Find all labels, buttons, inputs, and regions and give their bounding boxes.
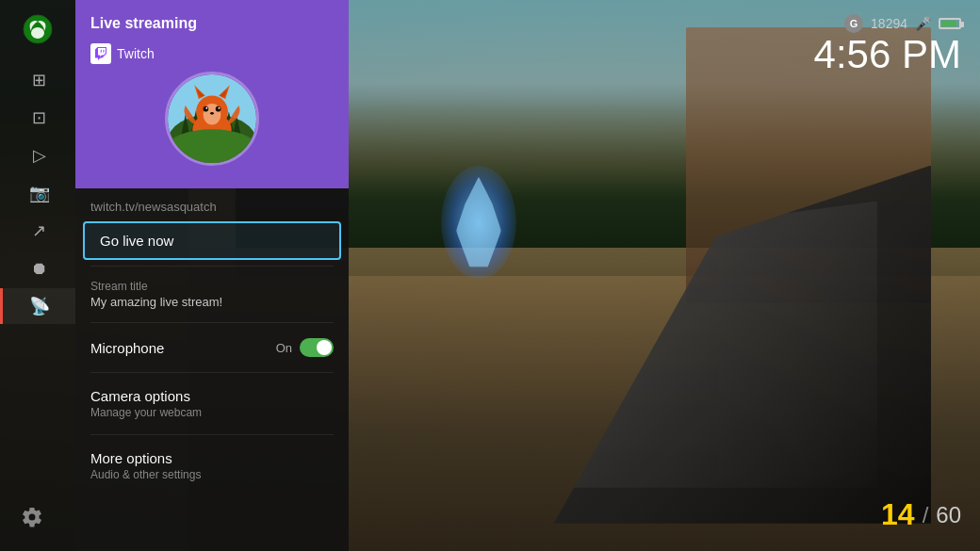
hud-topright: G 18294 🎤 4:56 PM bbox=[814, 14, 961, 74]
camera-options-section[interactable]: Camera options Manage your webcam bbox=[75, 379, 349, 429]
battery-icon bbox=[939, 18, 961, 29]
hud-icons: G 18294 🎤 bbox=[844, 14, 961, 33]
sidebar-item-live[interactable]: 📡 bbox=[0, 288, 75, 324]
stream-title-label: Stream title bbox=[90, 280, 334, 293]
more-options-sub: Audio & other settings bbox=[90, 468, 334, 481]
twitch-logo-row: Twitch bbox=[90, 43, 334, 64]
sidebar-icon-3: 📷 bbox=[29, 183, 50, 203]
gamerscore-icon: G bbox=[844, 14, 863, 33]
card-header: Live streaming bbox=[90, 15, 334, 32]
camera-options-title: Camera options bbox=[90, 388, 334, 404]
xbox-logo[interactable] bbox=[23, 14, 53, 48]
menu-section: twitch.tv/newsasquatch Go live now Strea… bbox=[75, 188, 349, 491]
microphone-label: Microphone bbox=[90, 340, 164, 356]
avatar-circle bbox=[165, 72, 259, 166]
go-live-label: Go live now bbox=[100, 233, 173, 249]
svg-point-17 bbox=[205, 107, 207, 109]
ammo-current: 14 bbox=[881, 497, 915, 532]
sidebar-item-4[interactable]: ↗ bbox=[0, 213, 75, 249]
gamerscore-value: 18294 bbox=[871, 16, 907, 31]
ammo-divider: / bbox=[923, 502, 929, 528]
main-panel: Live streaming Twitch bbox=[75, 0, 349, 551]
sidebar-icon-0: ⊞ bbox=[32, 70, 46, 90]
sidebar-item-2[interactable]: ▷ bbox=[0, 138, 75, 173]
card-title: Live streaming bbox=[90, 15, 334, 32]
divider-4 bbox=[90, 434, 334, 435]
microphone-row[interactable]: Microphone On bbox=[75, 329, 349, 366]
ammo-reserve: 60 bbox=[936, 502, 961, 528]
sidebar-icon-1: ⊡ bbox=[32, 107, 46, 128]
svg-point-16 bbox=[216, 106, 221, 112]
sidebar-item-5[interactable]: ⏺ bbox=[0, 251, 75, 286]
toggle-container: On bbox=[276, 338, 334, 357]
stream-title-value: My amazing live stream! bbox=[90, 295, 334, 309]
camera-options-sub: Manage your webcam bbox=[90, 406, 334, 419]
go-live-button[interactable]: Go live now bbox=[83, 221, 341, 260]
twitch-icon bbox=[90, 43, 111, 64]
sidebar-item-0[interactable]: ⊞ bbox=[0, 62, 75, 98]
sidebar-icon-4: ↗ bbox=[32, 220, 46, 241]
stream-title-section: Stream title My amazing live stream! bbox=[75, 272, 349, 316]
more-options-title: More options bbox=[90, 450, 334, 466]
live-streaming-card: Live streaming Twitch bbox=[75, 0, 349, 188]
twitch-label: Twitch bbox=[117, 46, 155, 61]
divider-3 bbox=[90, 372, 334, 373]
svg-point-15 bbox=[204, 106, 209, 112]
channel-name: twitch.tv/newsasquatch bbox=[75, 188, 349, 219]
creature bbox=[441, 166, 516, 279]
sidebar-icon-2: ▷ bbox=[33, 145, 46, 166]
svg-point-18 bbox=[219, 107, 220, 109]
sidebar-item-3[interactable]: 📷 bbox=[0, 175, 75, 211]
mic-off-icon: 🎤 bbox=[915, 16, 931, 31]
divider-2 bbox=[90, 322, 334, 323]
microphone-toggle[interactable] bbox=[300, 338, 334, 357]
sidebar-icon-5: ⏺ bbox=[31, 259, 48, 279]
hud-time: 4:56 PM bbox=[814, 35, 961, 74]
divider-1 bbox=[90, 266, 334, 267]
sidebar-items: ⊞ ⊡ ▷ 📷 ↗ ⏺ 📡 bbox=[0, 62, 75, 324]
svg-point-19 bbox=[210, 112, 214, 115]
microphone-state: On bbox=[276, 341, 292, 355]
sidebar-icon-live: 📡 bbox=[29, 296, 50, 316]
sidebar-item-1[interactable]: ⊡ bbox=[0, 100, 75, 136]
svg-point-1 bbox=[31, 27, 44, 39]
more-options-section[interactable]: More options Audio & other settings bbox=[75, 441, 349, 491]
toggle-thumb bbox=[317, 340, 332, 355]
settings-gear-icon[interactable] bbox=[21, 506, 43, 532]
hud-ammo: 14 / 60 bbox=[881, 497, 961, 532]
sidebar: ⊞ ⊡ ▷ 📷 ↗ ⏺ 📡 bbox=[0, 0, 75, 551]
